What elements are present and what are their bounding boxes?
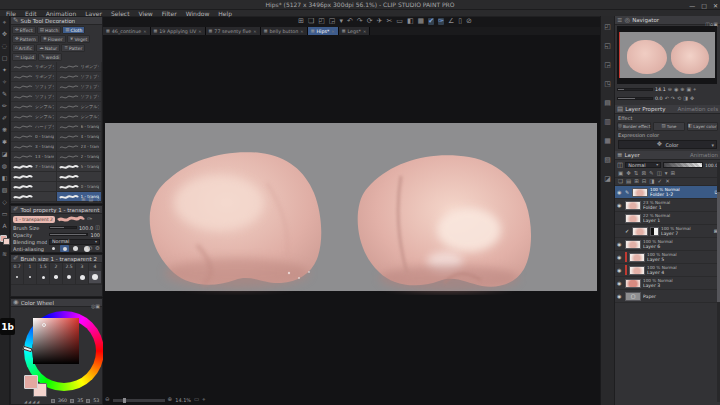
minimize-button[interactable]: —: [689, 2, 695, 9]
move-tool-icon[interactable]: ✥: [2, 31, 7, 37]
document-tab[interactable]: ▦ 19 Applying UV ✕: [151, 27, 206, 35]
zoom-out-icon[interactable]: ⊖: [105, 397, 110, 403]
text-tool-icon[interactable]: A: [2, 223, 6, 229]
brush-size-preset[interactable]: 2.5: [63, 263, 76, 285]
zoom-tool-icon[interactable]: ⌖: [3, 19, 6, 25]
close-tab-icon[interactable]: ✕: [143, 29, 146, 34]
animation-tab[interactable]: Animation: [690, 152, 718, 158]
sub-tool-category-tab[interactable]: ☁ Natur: [36, 44, 60, 52]
navigator-rotate-slider[interactable]: [617, 97, 653, 100]
eyedropper-tool-icon[interactable]: ✧: [2, 79, 7, 85]
export-icon[interactable]: ✈: [377, 18, 383, 25]
brush-size-preset-icon[interactable]: ◫: [95, 225, 100, 230]
rotate-right-icon[interactable]: ↷: [671, 96, 675, 101]
menu-item[interactable]: Window: [186, 10, 210, 17]
sub-tool-category-tab[interactable]: ▦ Cloth: [62, 26, 85, 34]
layer-thumbnail[interactable]: [625, 279, 641, 288]
layer-visibility-icon[interactable]: ◉: [617, 189, 623, 195]
brush-size-preset[interactable]: 4: [89, 263, 102, 285]
layer-thumbnail[interactable]: [629, 266, 645, 275]
blend-tool-icon[interactable]: ◍: [2, 163, 7, 169]
brush-size-preset[interactable]: 2: [50, 263, 63, 285]
opacity-slider[interactable]: [49, 233, 88, 236]
settings-icon[interactable]: ⚙: [95, 246, 100, 252]
layer-row[interactable]: ◉ ✎ ✓ 100 % Normal Layer 4: [615, 264, 720, 277]
brush-size-preset[interactable]: 0.7: [11, 263, 24, 285]
new-folder-icon[interactable]: ▤: [626, 179, 631, 185]
move-layer-icon[interactable]: ✥: [626, 171, 631, 177]
brush-tip-icon[interactable]: ✑: [87, 216, 92, 223]
layer-visibility-icon[interactable]: ◉: [617, 293, 623, 299]
airbrush-tool-icon[interactable]: ❋: [2, 127, 7, 133]
layer-thumbnail[interactable]: [625, 240, 641, 249]
brush-list-item[interactable]: 2 - transparent: [57, 152, 103, 162]
layer-visibility-icon[interactable]: ◉: [617, 202, 623, 208]
rotate-left-icon[interactable]: ↶: [665, 96, 669, 101]
hue-marker[interactable]: [23, 346, 33, 353]
close-tab-icon[interactable]: ✕: [363, 29, 366, 34]
refresh-icon[interactable]: ⟳: [367, 18, 373, 25]
brush-list-item[interactable]: ソフトブラシB: [57, 82, 103, 92]
maximize-button[interactable]: □: [701, 2, 707, 9]
layer-row[interactable]: ◉ ✎ ✓ 100 % Normal Folder 1-2 ⧉: [615, 186, 720, 199]
reset-rotate-icon[interactable]: ⟲: [677, 96, 681, 101]
aa-option-weak[interactable]: [60, 245, 69, 252]
menu-item[interactable]: Help: [218, 10, 232, 17]
zoom-in-icon[interactable]: ⊕: [168, 397, 173, 403]
layer-thumbnail[interactable]: ▢: [625, 292, 641, 301]
saturation-value-square[interactable]: [33, 318, 79, 364]
navigator-thumbnail[interactable]: [617, 26, 717, 84]
brush-list-item[interactable]: ハードブラシ両面: [11, 122, 57, 132]
navigator-find-icon[interactable]: ⌖: [202, 397, 205, 403]
animation-cels-tab[interactable]: Animation cels: [677, 106, 718, 112]
brush-list-item[interactable]: [11, 182, 57, 192]
layer-visibility-icon[interactable]: ◉: [617, 280, 623, 286]
brush-size-preset[interactable]: 3: [76, 263, 89, 285]
sub-tool-category-tab[interactable]: ✥ Pattern: [12, 35, 39, 43]
selection-border-icon[interactable]: ▦: [418, 18, 425, 25]
brush-tool-icon[interactable]: ✐: [2, 115, 7, 121]
palette-icon[interactable]: ⊞: [671, 171, 676, 177]
panel-grid-icon[interactable]: ⊞: [81, 197, 85, 202]
menu-item[interactable]: Select: [111, 10, 130, 17]
fill-tool-icon[interactable]: ◧: [2, 175, 8, 181]
brush-list-item[interactable]: 0 - transparent: [11, 132, 57, 142]
layer-row[interactable]: ◉ ✎ ✓ 100 % Normal Layer 6: [615, 238, 720, 251]
save-dropdown-icon[interactable]: ▾: [339, 18, 343, 25]
brush-list-item[interactable]: 4 - transparent: [57, 132, 103, 142]
sub-tool-category-tab[interactable]: ≡ Patter: [61, 44, 85, 52]
material-tab-icon[interactable]: ◳: [604, 81, 611, 88]
brush-list-item[interactable]: シンプルブラシ両面: [11, 112, 57, 122]
menu-item[interactable]: Filter: [162, 10, 177, 17]
shape-tool-icon[interactable]: ◇: [2, 199, 7, 205]
gradient-tool-icon[interactable]: ▧: [2, 187, 8, 193]
layer-thumbnail[interactable]: [625, 201, 641, 210]
sub-tool-category-tab[interactable]: ✛ Effect: [12, 26, 36, 34]
lock-alpha-icon[interactable]: ✎: [649, 171, 654, 177]
layer-row[interactable]: ◉ ✎ ✓ ▢ Paper: [615, 290, 720, 303]
layer-thumbnail[interactable]: [632, 188, 648, 197]
cut-icon[interactable]: ✂: [386, 18, 392, 25]
document-tab[interactable]: ▦ belly button ✕: [261, 27, 308, 35]
layer-thumbnail[interactable]: [629, 253, 645, 262]
sub-tool-category-tab[interactable]: ✎ weddi: [38, 53, 62, 61]
fit-screen-icon[interactable]: ▣: [686, 87, 691, 92]
foreground-color-swatch[interactable]: [0, 235, 10, 245]
sub-tool-category-tab[interactable]: ❦ Veget: [67, 35, 91, 43]
brush-list-item[interactable]: シンプルブラシ両面: [11, 102, 57, 112]
trash-icon[interactable]: ▽: [96, 197, 100, 202]
layer-thumbnail[interactable]: [625, 214, 641, 223]
brush-list-item[interactable]: リボンブラシB: [11, 62, 57, 72]
brush-size-slider[interactable]: [49, 226, 77, 229]
blend-icon[interactable]: ◫: [617, 162, 623, 169]
material-tab-icon[interactable]: ▧: [604, 157, 611, 164]
no-entry-icon[interactable]: ⊘: [466, 18, 472, 25]
brush-list-item[interactable]: リボンブラシA: [57, 62, 103, 72]
material-tab-icon[interactable]: ◲: [604, 62, 611, 69]
marquee-tool-icon[interactable]: ▢: [2, 55, 8, 61]
close-tab-icon[interactable]: ✕: [198, 29, 201, 34]
new-layer-icon[interactable]: ❏: [618, 179, 623, 185]
panel-list-icon[interactable]: ▤: [88, 197, 93, 202]
navigator-tab[interactable]: Navigator: [632, 17, 659, 23]
wand-tool-icon[interactable]: ✦: [2, 67, 7, 73]
